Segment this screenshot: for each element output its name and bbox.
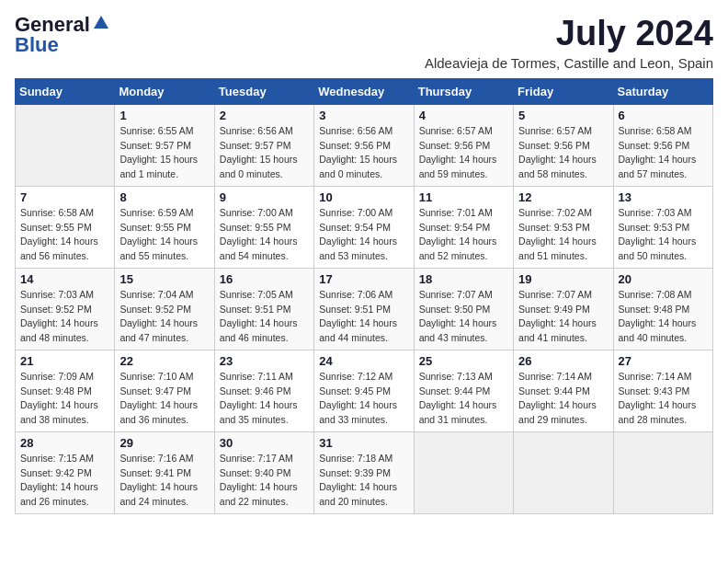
calendar-cell: 16Sunrise: 7:05 AM Sunset: 9:51 PM Dayli…: [214, 268, 313, 350]
day-number: 5: [518, 109, 608, 122]
day-detail: Sunrise: 7:15 AM Sunset: 9:42 PM Dayligh…: [20, 452, 109, 510]
day-number: 19: [518, 272, 608, 286]
location-title: Aldeavieja de Tormes, Castille and Leon,…: [425, 55, 713, 71]
day-detail: Sunrise: 7:07 AM Sunset: 9:49 PM Dayligh…: [518, 288, 608, 346]
calendar-cell: 30Sunrise: 7:17 AM Sunset: 9:40 PM Dayli…: [214, 431, 313, 513]
day-number: 2: [220, 109, 309, 122]
day-number: 8: [119, 190, 209, 204]
calendar-header-row: SundayMondayTuesdayWednesdayThursdayFrid…: [16, 78, 713, 104]
header-day-monday: Monday: [115, 78, 214, 104]
logo-blue-text: Blue: [15, 35, 59, 55]
day-number: 20: [619, 272, 708, 286]
calendar-cell: 2Sunrise: 6:56 AM Sunset: 9:57 PM Daylig…: [214, 104, 313, 186]
calendar-cell: 23Sunrise: 7:11 AM Sunset: 9:46 PM Dayli…: [214, 350, 313, 431]
calendar-cell: 1Sunrise: 6:55 AM Sunset: 9:57 PM Daylig…: [115, 104, 214, 186]
header-day-sunday: Sunday: [16, 78, 115, 104]
day-number: 6: [619, 109, 708, 122]
day-detail: Sunrise: 7:12 AM Sunset: 9:45 PM Dayligh…: [319, 370, 408, 428]
header: General Blue July 2024 Aldeavieja de Tor…: [15, 15, 713, 71]
month-title: July 2024: [425, 15, 713, 53]
day-detail: Sunrise: 7:01 AM Sunset: 9:54 PM Dayligh…: [419, 206, 508, 264]
calendar-cell: 8Sunrise: 6:59 AM Sunset: 9:55 PM Daylig…: [115, 186, 214, 268]
day-number: 31: [319, 436, 408, 450]
calendar-cell: 3Sunrise: 6:56 AM Sunset: 9:56 PM Daylig…: [314, 104, 414, 186]
logo-general-text: General: [15, 15, 90, 35]
day-number: 10: [319, 190, 408, 204]
calendar-week-4: 28Sunrise: 7:15 AM Sunset: 9:42 PM Dayli…: [16, 431, 713, 513]
calendar-cell: 26Sunrise: 7:14 AM Sunset: 9:44 PM Dayli…: [514, 350, 613, 431]
day-detail: Sunrise: 7:17 AM Sunset: 9:40 PM Dayligh…: [220, 452, 309, 510]
day-number: 11: [419, 190, 508, 204]
day-number: 24: [319, 354, 408, 368]
calendar-cell: 9Sunrise: 7:00 AM Sunset: 9:55 PM Daylig…: [214, 186, 313, 268]
day-detail: Sunrise: 6:55 AM Sunset: 9:57 PM Dayligh…: [119, 124, 209, 182]
calendar-cell: 19Sunrise: 7:07 AM Sunset: 9:49 PM Dayli…: [514, 268, 613, 350]
calendar-cell: 4Sunrise: 6:57 AM Sunset: 9:56 PM Daylig…: [414, 104, 513, 186]
day-detail: Sunrise: 6:57 AM Sunset: 9:56 PM Dayligh…: [518, 124, 608, 182]
day-detail: Sunrise: 7:10 AM Sunset: 9:47 PM Dayligh…: [119, 370, 209, 428]
day-number: 26: [518, 354, 608, 368]
day-number: 25: [419, 354, 508, 368]
svg-marker-0: [94, 16, 108, 29]
calendar-week-3: 21Sunrise: 7:09 AM Sunset: 9:48 PM Dayli…: [16, 350, 713, 431]
calendar-cell: 22Sunrise: 7:10 AM Sunset: 9:47 PM Dayli…: [115, 350, 214, 431]
calendar-cell: 21Sunrise: 7:09 AM Sunset: 9:48 PM Dayli…: [16, 350, 115, 431]
calendar-cell: 5Sunrise: 6:57 AM Sunset: 9:56 PM Daylig…: [514, 104, 613, 186]
day-detail: Sunrise: 6:56 AM Sunset: 9:57 PM Dayligh…: [220, 124, 309, 182]
day-number: 23: [220, 354, 309, 368]
day-number: 30: [220, 436, 309, 450]
day-number: 4: [419, 109, 508, 122]
day-detail: Sunrise: 7:16 AM Sunset: 9:41 PM Dayligh…: [119, 452, 209, 510]
day-number: 9: [220, 190, 309, 204]
calendar-week-0: 1Sunrise: 6:55 AM Sunset: 9:57 PM Daylig…: [16, 104, 713, 186]
day-detail: Sunrise: 7:00 AM Sunset: 9:55 PM Dayligh…: [220, 206, 309, 264]
calendar-cell: 18Sunrise: 7:07 AM Sunset: 9:50 PM Dayli…: [414, 268, 513, 350]
calendar-table: SundayMondayTuesdayWednesdayThursdayFrid…: [15, 78, 713, 514]
day-number: 27: [619, 354, 708, 368]
day-number: 22: [119, 354, 209, 368]
day-number: 13: [619, 190, 708, 204]
calendar-cell: 27Sunrise: 7:14 AM Sunset: 9:43 PM Dayli…: [613, 350, 712, 431]
calendar-week-2: 14Sunrise: 7:03 AM Sunset: 9:52 PM Dayli…: [16, 268, 713, 350]
day-detail: Sunrise: 7:02 AM Sunset: 9:53 PM Dayligh…: [518, 206, 608, 264]
day-number: 1: [119, 109, 209, 122]
day-detail: Sunrise: 7:06 AM Sunset: 9:51 PM Dayligh…: [319, 288, 408, 346]
day-detail: Sunrise: 7:08 AM Sunset: 9:48 PM Dayligh…: [619, 288, 708, 346]
day-detail: Sunrise: 7:04 AM Sunset: 9:52 PM Dayligh…: [119, 288, 209, 346]
day-detail: Sunrise: 7:03 AM Sunset: 9:52 PM Dayligh…: [20, 288, 109, 346]
calendar-cell: 24Sunrise: 7:12 AM Sunset: 9:45 PM Dayli…: [314, 350, 414, 431]
day-number: 16: [220, 272, 309, 286]
calendar-cell: 14Sunrise: 7:03 AM Sunset: 9:52 PM Dayli…: [16, 268, 115, 350]
day-detail: Sunrise: 7:03 AM Sunset: 9:53 PM Dayligh…: [619, 206, 708, 264]
calendar-cell: 29Sunrise: 7:16 AM Sunset: 9:41 PM Dayli…: [115, 431, 214, 513]
calendar-cell: 6Sunrise: 6:58 AM Sunset: 9:56 PM Daylig…: [613, 104, 712, 186]
calendar-cell: 10Sunrise: 7:00 AM Sunset: 9:54 PM Dayli…: [314, 186, 414, 268]
calendar-cell: 17Sunrise: 7:06 AM Sunset: 9:51 PM Dayli…: [314, 268, 414, 350]
day-detail: Sunrise: 7:13 AM Sunset: 9:44 PM Dayligh…: [419, 370, 508, 428]
day-number: 17: [319, 272, 408, 286]
logo-icon: [92, 14, 110, 32]
day-detail: Sunrise: 7:14 AM Sunset: 9:43 PM Dayligh…: [619, 370, 708, 428]
title-section: July 2024 Aldeavieja de Tormes, Castille…: [425, 15, 713, 71]
header-day-friday: Friday: [514, 78, 613, 104]
header-day-thursday: Thursday: [414, 78, 513, 104]
day-detail: Sunrise: 6:59 AM Sunset: 9:55 PM Dayligh…: [119, 206, 209, 264]
calendar-cell: [613, 431, 712, 513]
day-detail: Sunrise: 6:56 AM Sunset: 9:56 PM Dayligh…: [319, 124, 408, 182]
day-number: 29: [119, 436, 209, 450]
header-day-wednesday: Wednesday: [314, 78, 414, 104]
day-number: 18: [419, 272, 508, 286]
calendar-cell: [514, 431, 613, 513]
header-day-tuesday: Tuesday: [214, 78, 313, 104]
calendar-cell: 31Sunrise: 7:18 AM Sunset: 9:39 PM Dayli…: [314, 431, 414, 513]
day-detail: Sunrise: 6:57 AM Sunset: 9:56 PM Dayligh…: [419, 124, 508, 182]
calendar-cell: 12Sunrise: 7:02 AM Sunset: 9:53 PM Dayli…: [514, 186, 613, 268]
calendar-cell: 20Sunrise: 7:08 AM Sunset: 9:48 PM Dayli…: [613, 268, 712, 350]
calendar-week-1: 7Sunrise: 6:58 AM Sunset: 9:55 PM Daylig…: [16, 186, 713, 268]
day-detail: Sunrise: 7:18 AM Sunset: 9:39 PM Dayligh…: [319, 452, 408, 510]
day-detail: Sunrise: 7:14 AM Sunset: 9:44 PM Dayligh…: [518, 370, 608, 428]
calendar-cell: [414, 431, 513, 513]
day-number: 21: [20, 354, 109, 368]
day-detail: Sunrise: 7:11 AM Sunset: 9:46 PM Dayligh…: [220, 370, 309, 428]
calendar-cell: 25Sunrise: 7:13 AM Sunset: 9:44 PM Dayli…: [414, 350, 513, 431]
